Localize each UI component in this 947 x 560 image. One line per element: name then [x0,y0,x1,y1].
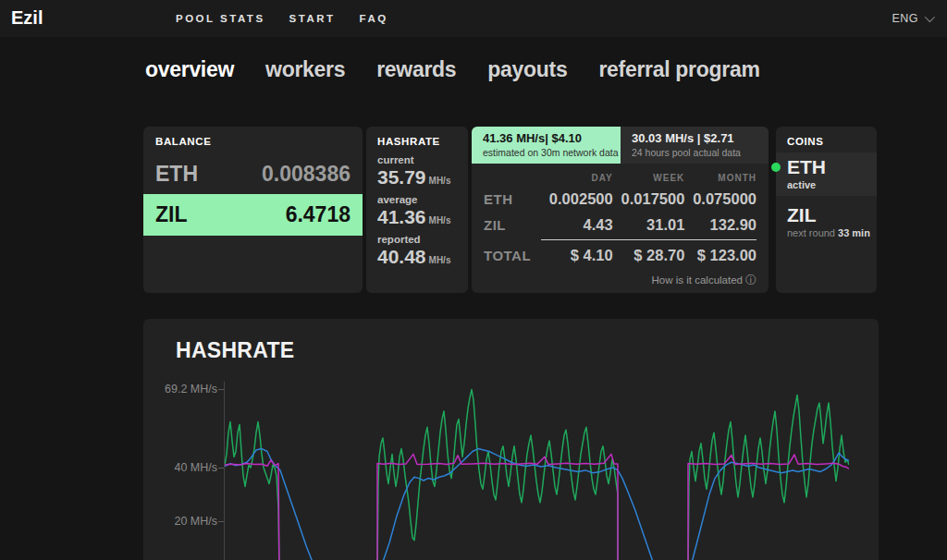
y-tick-label-20: 20 MH/s [151,515,217,528]
balance-row-eth: ETH 0.008386 [143,154,363,194]
chart-title: HASHRATE [176,338,294,363]
balance-row-zil: ZIL 6.4718 [143,194,363,236]
eth-month-value: 0.075000 [684,190,756,208]
tab-overview[interactable]: overview [145,57,234,93]
tab-actual-pool[interactable]: 30.03 MH/s | $2.71 24 hours pool actual … [621,127,769,164]
coins-card-title: COINS [787,136,823,147]
column-header-week: WEEK [613,173,685,183]
active-dot-icon [771,163,781,172]
tab-payouts[interactable]: payouts [487,57,567,93]
unit-label: MH/s [429,215,451,225]
language-label: ENG [892,12,918,25]
total-divider [541,239,756,240]
hashrate-stats: current 35.79MH/s average 41.36MH/s repo… [377,152,450,272]
nav-item-start[interactable]: START [289,13,336,24]
coin-name: ZIL [787,204,877,226]
actual-subtitle: 24 hours pool actual data [632,147,769,158]
stat-label-current: current [377,154,450,165]
y-tick-label-69: 69.2 MH/s [151,383,217,396]
tab-estimated-network[interactable]: 41.36 MH/s| $4.10 estimated on 30m netwo… [472,127,621,164]
coin-item-zil[interactable]: ZIL next round 33 min [776,201,877,244]
coin-status: next round 33 min [787,227,877,238]
next-round-value: 33 min [838,227,870,238]
series-current [225,390,849,560]
stat-label-average: average [377,194,450,205]
hashrate-chart-card: HASHRATE 69.2 MH/s 40 MH/s 20 MH/s [143,319,879,560]
series-average [225,449,849,560]
total-month-value: $ 123.00 [684,247,756,264]
unit-label: MH/s [429,255,451,265]
zil-day-value: 4.43 [541,216,613,234]
estimates-tabs: 41.36 MH/s| $4.10 estimated on 30m netwo… [472,127,769,164]
eth-day-value: 0.002500 [541,190,613,208]
table-row-total: TOTAL $ 4.10 $ 28.70 $ 123.00 [484,242,756,268]
earnings-table: DAY WEEK MONTH ETH 0.002500 0.017500 0.0… [484,167,756,268]
coin-status: active [787,179,877,190]
total-week-value: $ 28.70 [613,247,685,264]
stat-value-reported: 40.48MH/s [377,245,450,272]
balance-card: BALANCE ETH 0.008386 ZIL 6.4718 [143,127,363,293]
ezil-dashboard: { "nav": { "logo": "Ezil", "items": [ { … [0,0,947,560]
table-row-eth: ETH 0.002500 0.017500 0.075000 [484,186,756,212]
column-header-day: DAY [541,173,613,183]
logo[interactable]: Ezil [11,7,43,29]
row-label: ZIL [484,217,541,233]
nav-item-faq[interactable]: FAQ [360,13,388,24]
nav-item-pool-stats[interactable]: POOL STATS [176,13,265,24]
next-round-label: next round [787,227,835,238]
row-label: TOTAL [484,248,541,263]
coin-item-eth[interactable]: ETH active [776,152,877,196]
nav-links: POOL STATS START FAQ [176,0,388,37]
row-label: ETH [484,191,541,207]
total-day-value: $ 4.10 [541,247,613,264]
hashrate-stats-card: HASHRATE current 35.79MH/s average 41.36… [366,127,468,293]
estimated-hashrate-value: 41.36 MH/s| $4.10 [483,131,621,145]
estimates-card: 41.36 MH/s| $4.10 estimated on 30m netwo… [472,127,769,293]
zil-week-value: 31.01 [613,216,685,234]
stat-value-average: 41.36MH/s [377,205,450,232]
column-header-month: MONTH [684,173,756,183]
stat-label-reported: reported [377,234,450,245]
coin-name: ETH [787,156,877,178]
language-selector[interactable]: ENG [892,0,932,37]
hashrate-chart-svg [225,379,849,560]
tab-rewards[interactable]: rewards [376,57,456,93]
how-is-it-calculated-link[interactable]: How is it calculatedⓘ [652,273,756,288]
zil-month-value: 132.90 [684,216,756,234]
top-nav-bar: Ezil POOL STATS START FAQ ENG [0,0,947,37]
tab-referral-program[interactable]: referral program [598,57,759,93]
balance-coin-label: ETH [155,162,198,187]
eth-week-value: 0.017500 [613,190,685,208]
coins-card: COINS ETH active ZIL next round 33 min [776,127,877,293]
info-icon: ⓘ [745,274,756,286]
balance-coin-value: 6.4718 [286,202,351,227]
stat-value-current: 35.79MH/s [377,165,450,192]
y-tick-label-40: 40 MH/s [151,461,217,474]
balance-coin-label: ZIL [155,202,188,227]
tab-workers[interactable]: workers [265,57,345,93]
page-tabs: overview workers rewards payouts referra… [145,57,760,93]
earnings-table-header: DAY WEEK MONTH [484,169,756,186]
hashrate-card-title: HASHRATE [377,136,440,147]
unit-label: MH/s [429,176,451,186]
balance-coin-value: 0.008386 [262,162,351,187]
table-row-zil: ZIL 4.43 31.01 132.90 [484,212,756,237]
estimated-subtitle: estimated on 30m network data [483,147,621,158]
chevron-down-icon [925,12,935,22]
actual-hashrate-value: 30.03 MH/s | $2.71 [632,131,769,145]
balance-card-title: BALANCE [155,136,211,147]
